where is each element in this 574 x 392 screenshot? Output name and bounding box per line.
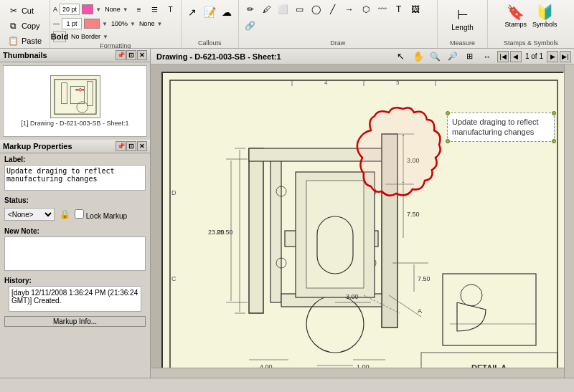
- props-pin-btn[interactable]: 📌: [116, 141, 126, 151]
- measure-length-icon[interactable]: ⊢: [456, 8, 470, 22]
- first-page-btn[interactable]: |◀: [497, 51, 509, 62]
- callout-cloud-icon[interactable]: ☁: [220, 5, 234, 19]
- svg-rect-19: [270, 159, 281, 302]
- zoom-in-icon[interactable]: 🔍: [428, 49, 443, 64]
- callout-text-box[interactable]: Update draging to reflect manufacturing …: [447, 113, 555, 142]
- copy-label: Copy: [22, 21, 40, 30]
- svg-text:23.00: 23.00: [208, 229, 225, 236]
- formatting-row3: Bold No Border ▼: [53, 31, 178, 42]
- history-label: History:: [4, 277, 146, 285]
- status-field-label: Status:: [4, 196, 146, 204]
- prev-page-btn[interactable]: ◀: [510, 51, 522, 62]
- formatting-section: A ▼ None ▼ ≡ ☰ T — ▼ 100% ▼ None: [50, 0, 182, 48]
- clipboard-section: ✂ Cut ⧉ Copy 📋 Paste Clipboard: [0, 0, 50, 48]
- text-box-icon[interactable]: T: [392, 2, 406, 16]
- callout-text: Update draging to reflect manufacturing …: [452, 118, 538, 136]
- no-border-dropdown[interactable]: ▼: [103, 34, 108, 40]
- new-note-textarea[interactable]: [4, 236, 146, 271]
- props-restore-btn[interactable]: ⊡: [126, 141, 136, 151]
- draw-section: ✏ 🖊 ⬜ ▭ ◯ ╱ → ⬡ 〰 T 🖼 🔗 Draw: [239, 0, 438, 48]
- opacity-dropdown[interactable]: ▼: [130, 21, 136, 27]
- label-field-label: Label:: [4, 156, 146, 163]
- next-page-btn[interactable]: ▶: [547, 51, 558, 62]
- horizontal-scrollbar[interactable]: [151, 368, 564, 378]
- markup-props-btns: 📌 ⊡ ✕: [116, 141, 147, 151]
- thumbnail-restore-btn[interactable]: ⊡: [126, 50, 136, 60]
- stamp-icon[interactable]: 🔖: [509, 5, 523, 19]
- canvas-container[interactable]: DETAIL A 4 3 D C: [151, 64, 574, 378]
- callouts-icons: ↗ 📝 ☁: [185, 5, 234, 19]
- svg-text:A: A: [418, 307, 422, 315]
- cursor-tool-icon[interactable]: ↖: [394, 49, 408, 64]
- lock-checkbox[interactable]: [75, 209, 84, 219]
- bold-button[interactable]: Bold: [53, 31, 66, 42]
- line-color-swatch[interactable]: [84, 19, 100, 29]
- paste-icon: 📋: [8, 35, 19, 47]
- thumbnail-pin-btn[interactable]: 📌: [116, 50, 126, 60]
- text-icon[interactable]: T: [164, 2, 178, 16]
- stamps-section-label: Stamps & Symbols: [504, 39, 558, 48]
- align-left-icon[interactable]: ≡: [132, 2, 146, 16]
- polygon-icon[interactable]: ⬡: [359, 2, 373, 16]
- highlight-icon[interactable]: 🖊: [260, 2, 274, 16]
- last-page-btn[interactable]: ▶|: [560, 51, 571, 62]
- line-color-dropdown[interactable]: ▼: [102, 21, 108, 27]
- thumbnail-image[interactable]: [50, 75, 100, 118]
- nav-controls: |◀ ◀ 1 of 1 ▶ ▶|: [497, 51, 571, 62]
- copy-button[interactable]: ⧉ Copy: [5, 19, 44, 33]
- align-center-icon[interactable]: ☰: [148, 2, 162, 16]
- ellipse-icon[interactable]: ◯: [309, 2, 324, 16]
- new-note-label: New Note:: [4, 227, 146, 235]
- status-bar: [0, 378, 574, 392]
- formatting-row2: — ▼ 100% ▼ None ▼: [53, 18, 178, 29]
- line-weight-input[interactable]: [62, 18, 82, 29]
- hand-tool-icon[interactable]: ✋: [411, 49, 425, 64]
- line-icon[interactable]: ╱: [326, 2, 340, 16]
- font-size-input[interactable]: [60, 4, 80, 15]
- eraser-icon[interactable]: ⬜: [276, 2, 291, 16]
- markup-properties-panel: Label: Update draging to reflect manufac…: [0, 153, 150, 378]
- length-label: Length: [451, 24, 474, 32]
- markup-props-header: Markup Properties 📌 ⊡ ✕: [0, 140, 150, 153]
- none-dropdown2[interactable]: ▼: [156, 21, 162, 27]
- symbols-label: Symbols: [532, 21, 557, 28]
- link-icon[interactable]: 🔗: [243, 19, 258, 33]
- props-close-btn[interactable]: ✕: [137, 141, 147, 151]
- arrow-icon[interactable]: →: [342, 2, 357, 16]
- none-dropdown1[interactable]: ▼: [123, 6, 128, 13]
- callout-arrow-icon[interactable]: ↗: [185, 5, 199, 19]
- drawing-area: Drawing - D-621-003-SB - Sheet:1 ↖ ✋ 🔍 🔎…: [151, 49, 574, 378]
- status-select[interactable]: <None> Open Closed: [4, 208, 55, 221]
- callout-note-icon[interactable]: 📝: [202, 5, 217, 19]
- paste-button[interactable]: 📋 Paste: [5, 34, 44, 48]
- paste-label: Paste: [22, 37, 42, 45]
- lock-icon[interactable]: 🔒: [57, 207, 72, 221]
- thumbnails-title: Thumbnails: [3, 51, 47, 59]
- stamps-section: 🔖 Stamps 🔰 Symbols Stamps & Symbols: [488, 0, 574, 48]
- measure-label: Measure: [450, 39, 475, 48]
- cut-button[interactable]: ✂ Cut: [5, 4, 44, 18]
- none-label2: None: [139, 20, 155, 27]
- fit-width-icon[interactable]: ↔: [480, 49, 494, 64]
- drawing-title: Drawing - D-621-003-SB - Sheet:1: [154, 52, 391, 61]
- vertical-scrollbar[interactable]: [564, 64, 574, 378]
- line-weight-label: —: [53, 20, 60, 27]
- svg-text:3.00: 3.00: [346, 293, 359, 300]
- font-color-swatch[interactable]: [82, 4, 93, 14]
- font-color-dropdown[interactable]: ▼: [95, 6, 101, 13]
- svg-text:4: 4: [324, 80, 328, 86]
- label-textarea[interactable]: Update draging to reflect manufacturing …: [4, 165, 146, 191]
- svg-rect-0: [51, 76, 100, 118]
- measure-section: ⊢ Length Measure: [438, 0, 488, 48]
- svg-text:7.50: 7.50: [418, 275, 430, 282]
- rectangle-icon[interactable]: ▭: [293, 2, 307, 16]
- fit-page-icon[interactable]: ⊞: [463, 49, 477, 64]
- symbols-block: 🔰 Symbols: [532, 5, 557, 28]
- markup-info-button[interactable]: Markup Info...: [4, 316, 146, 327]
- symbols-icon[interactable]: 🔰: [537, 5, 552, 19]
- polyline-icon[interactable]: 〰: [375, 2, 390, 16]
- pencil-icon[interactable]: ✏: [243, 2, 258, 16]
- thumbnail-close-btn[interactable]: ✕: [137, 50, 147, 60]
- insert-img-icon[interactable]: 🖼: [408, 2, 423, 16]
- zoom-out-icon[interactable]: 🔎: [446, 49, 460, 64]
